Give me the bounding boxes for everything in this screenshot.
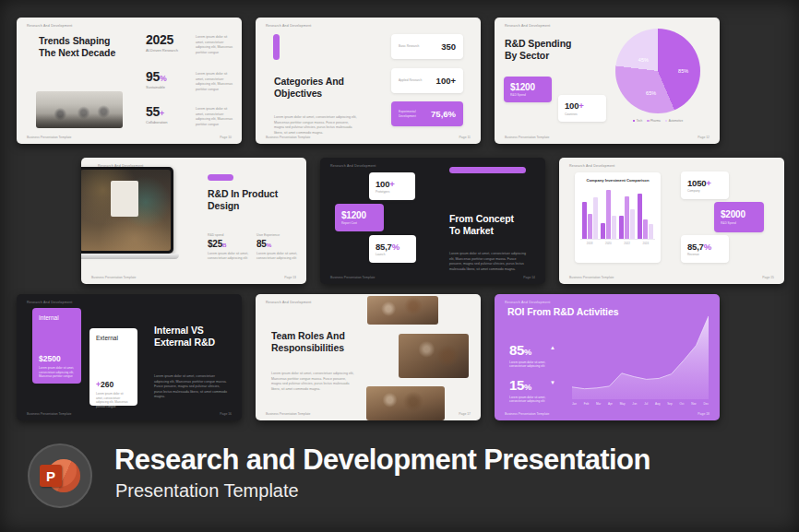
card-countries: 100+ Countries [558, 95, 606, 122]
legend-item: Tech [633, 119, 642, 123]
team-photo-2 [399, 334, 469, 378]
slide-title: Team Roles And Responsibilities [271, 330, 345, 354]
page-number: Page 11 [459, 136, 471, 139]
team-photo-1 [367, 296, 438, 325]
page-number: Page 15 [762, 276, 774, 279]
stat-user-experience: User Experience 85% ▲ Lorem ipsum dolor … [256, 233, 304, 262]
slide-title: R&D Spending By Sector [505, 38, 571, 62]
stat-roi-down: 15% ▼ Lorem ipsum dolor sit amet, consec… [509, 377, 565, 404]
accent-pill [273, 34, 280, 60]
page-number: Page 18 [698, 412, 710, 416]
store-sign [111, 181, 137, 217]
slide-investment-comparison: Research And Development Company Investm… [559, 158, 784, 284]
card-internal: Internal $2500 Lorem ipsum dolor sit ame… [32, 308, 81, 384]
slide-internal-external: Research And Development Internal $2500 … [17, 294, 242, 420]
powerpoint-icon: P [28, 443, 92, 508]
slide-header: Research And Development [569, 164, 615, 168]
up-arrow-icon: ▲ [550, 345, 555, 350]
stat-roi-up: 85% ▲ Lorem ipsum dolor sit amet, consec… [509, 342, 565, 369]
slide-footer: Business Presentation Template Page 16 [27, 412, 232, 416]
pie-slice-label: 85% [678, 68, 688, 74]
stat-rd-spend: R&D spend $25B Lorem ipsum dolor sit ame… [208, 233, 256, 262]
card-rd-spend: $2000 R&D Spend [714, 202, 764, 232]
product-title: Research and Development Presentation [114, 443, 650, 477]
page-number: Page 17 [459, 412, 471, 416]
card-external: External +260 Lorem ipsum dolor sit amet… [89, 328, 137, 406]
product-subtitle: Presentation Template [115, 480, 299, 502]
body-text: Lorem ipsum dolor sit amet, consectetuer… [154, 374, 228, 400]
area-chart-x-labels: JanFebMarAprMayJunJulAugSepOctNovDec [572, 402, 709, 406]
stat-ai-research: 2025 AI-Driven Research Lorem ipsum dolo… [146, 32, 234, 53]
slide-footer: Business Presentation Template Page 14 [330, 276, 535, 279]
stat-collaboration: 55+ Collaboration Lorem ipsum dolor sit … [146, 104, 234, 124]
slide-categories: Research And Development Categories And … [256, 18, 481, 144]
bar-chart-card: Company Investment Comparison 2018202020… [575, 172, 661, 263]
slide-header: Research And Development [266, 301, 312, 304]
card-launch: 85,7% Launch [369, 235, 416, 263]
bar-chart-x-labels: 2018202020222024 [580, 242, 655, 245]
slide-footer: Business Presentation Template Page 13 [91, 276, 296, 279]
slide-spending: Research And Development R&D Spending By… [495, 18, 720, 144]
stat-sustainable: 95% Sustainable Lorem ipsum dolor sit am… [146, 69, 234, 89]
slide-header: Research And Development [266, 24, 312, 28]
powerpoint-p-letter: P [40, 465, 62, 487]
slide-title: Trends Shaping The Next Decade [39, 35, 115, 59]
pie-slice-label: 65% [646, 90, 656, 96]
page-number: Page 13 [284, 276, 296, 279]
page-number: Page 12 [698, 136, 710, 139]
slide-footer: Business Presentation Template Page 15 [569, 276, 774, 279]
page-number: Page 16 [220, 412, 232, 416]
down-arrow-icon: ▼ [550, 380, 555, 385]
slide-header: Research And Development [505, 24, 551, 28]
page-number: Page 10 [220, 136, 232, 139]
card-rd-spend: $1200 R&D Spend [504, 77, 552, 102]
accent-pill [449, 167, 526, 173]
slide-footer: Business Presentation Template Page 12 [505, 136, 710, 139]
slide-footer: Business Presentation Template Page 18 [505, 412, 710, 416]
slide-trends: Research And Development Trends Shaping … [17, 18, 242, 144]
card-company: 1050+ Company [681, 171, 729, 199]
pie-slice-label: 45% [638, 57, 649, 63]
slide-product-design: Research And Development R&D In Product … [81, 158, 306, 284]
accent-pill [208, 174, 233, 181]
slide-title: From Concept To Market [449, 213, 514, 237]
legend-item: Pharma [647, 119, 661, 123]
pie-chart-box: 85% 65% 45% [615, 29, 700, 113]
slide-header: Research And Development [330, 164, 376, 168]
slide-title: Categories And Objectives [274, 76, 344, 100]
slide-roi: Research And Development ROI From R&D Ac… [495, 294, 720, 420]
page-number: Page 14 [523, 276, 535, 279]
body-text: Lorem ipsum dolor sit amet, consectetuer… [271, 372, 356, 392]
pie-legend: TechPharmaAutomotive [605, 119, 710, 123]
legend-item: Automotive [665, 119, 683, 123]
card-experimental-development: Experimental Development 75,6% [391, 101, 463, 126]
preview-canvas: Research And Development Trends Shaping … [0, 0, 799, 532]
card-prototypes: 100+ Prototypes [369, 172, 415, 200]
slide-footer: Business Presentation Template Page 11 [266, 136, 471, 139]
slide-header: Research And Development [505, 301, 551, 304]
slide-team-roles: Research And Development Team Roles And … [256, 294, 481, 420]
slide-header: Research And Development [27, 301, 73, 304]
card-report-cost: $1200 Report Cost [335, 204, 384, 231]
card-basic-research: Basic Research 350 [391, 34, 463, 59]
slide-header: Research And Development [27, 24, 73, 28]
card-applied-research: Applied Research 100+ [391, 68, 463, 93]
office-photo [36, 91, 123, 128]
bar-chart-title: Company Investment Comparison [580, 178, 655, 183]
slide-title: Internal VS External R&D [154, 325, 215, 349]
slide-footer: Business Presentation Template Page 17 [266, 412, 471, 416]
body-text: Lorem ipsum dolor sit amet, consectetuer… [449, 252, 526, 272]
slide-concept-to-market: Research And Development 100+ Prototypes… [320, 158, 545, 284]
laptop-photo [81, 167, 173, 259]
bar-chart: 2018202020222024 [580, 186, 655, 245]
body-text: Lorem ipsum dolor sit amet, consectetuer… [274, 115, 357, 136]
area-chart-fill [572, 316, 709, 399]
area-chart [572, 313, 709, 399]
bar-chart-bars [580, 186, 655, 240]
card-revenue: 85,7% Revenue [681, 235, 729, 263]
slide-footer: Business Presentation Template Page 10 [27, 136, 232, 139]
slide-title: R&D In Product Design [208, 188, 278, 212]
